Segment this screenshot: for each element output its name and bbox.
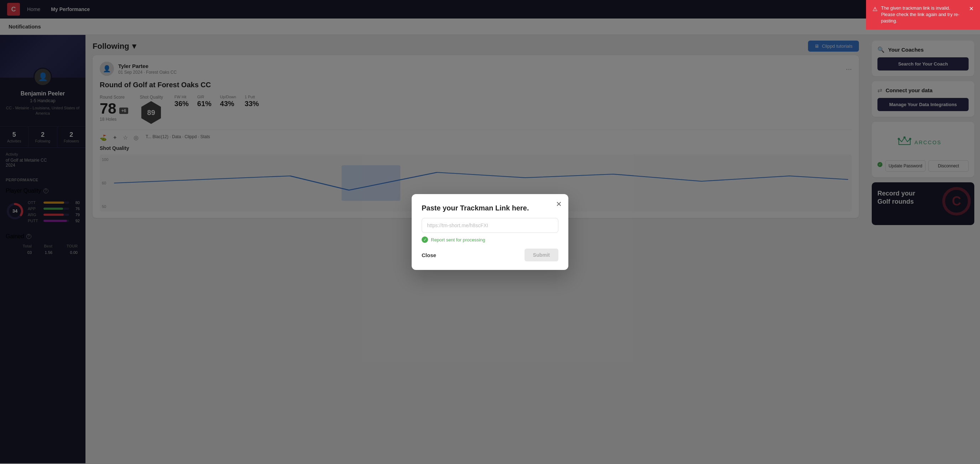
- modal-close-x-button[interactable]: ✕: [556, 200, 562, 208]
- modal-submit-button[interactable]: Submit: [525, 249, 558, 261]
- toast-message: The given trackman link is invalid. Plea…: [881, 5, 966, 25]
- trackman-link-input[interactable]: [422, 218, 558, 233]
- toast-close-button[interactable]: ✕: [969, 5, 974, 13]
- success-check-icon: ✓: [422, 237, 428, 243]
- trackman-modal: Paste your Trackman Link here. ✕ ✓ Repor…: [412, 194, 568, 270]
- modal-overlay[interactable]: Paste your Trackman Link here. ✕ ✓ Repor…: [0, 0, 980, 464]
- toast-warning-icon: ⚠: [872, 5, 877, 13]
- modal-footer: Close Submit: [422, 249, 558, 261]
- error-toast: ⚠ The given trackman link is invalid. Pl…: [866, 0, 980, 30]
- modal-success-message: ✓ Report sent for processing: [422, 237, 558, 243]
- success-text: Report sent for processing: [431, 237, 485, 243]
- modal-close-button[interactable]: Close: [422, 252, 436, 258]
- modal-title: Paste your Trackman Link here.: [422, 204, 558, 212]
